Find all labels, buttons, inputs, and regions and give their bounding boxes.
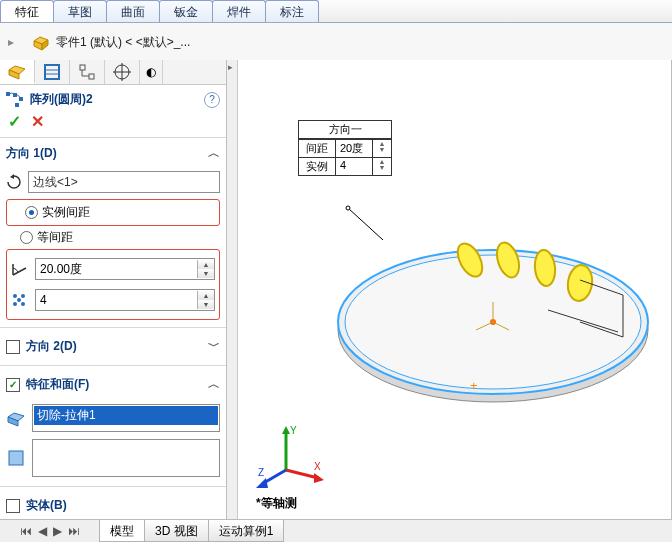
svg-point-18 (13, 302, 17, 306)
panel-splitter[interactable]: ▸ (227, 60, 238, 520)
bottom-tab-3dview[interactable]: 3D 视图 (144, 520, 209, 542)
faces-checkbox[interactable] (6, 378, 20, 392)
svg-point-17 (21, 294, 25, 298)
tab-surface[interactable]: 曲面 (106, 0, 160, 22)
svg-text:X: X (314, 461, 321, 472)
svg-text:Y: Y (290, 425, 297, 436)
svg-rect-21 (9, 451, 23, 465)
feature-select-icon (6, 408, 26, 428)
panel-tab-tree[interactable] (70, 60, 105, 84)
selected-feature[interactable]: 切除-拉伸1 (34, 406, 218, 425)
circular-pattern-icon (6, 92, 24, 108)
part-name: 零件1 (默认) < <默认>_... (56, 34, 190, 51)
property-panel: ◐ 阵列(圆周)2 ? ✓ ✕ 方向 1(D)︿ 实例间距 等间距 (0, 60, 227, 520)
solids-label: 实体(B) (26, 497, 67, 514)
cancel-button[interactable]: ✕ (31, 112, 44, 131)
count-spin[interactable]: ▲▼ (197, 291, 214, 309)
reverse-icon[interactable] (6, 174, 22, 190)
svg-marker-41 (314, 473, 324, 483)
instance-count-icon (11, 292, 29, 308)
svg-point-23 (346, 206, 350, 210)
svg-text:+: + (470, 378, 478, 393)
svg-point-19 (21, 302, 25, 306)
svg-marker-44 (256, 478, 268, 488)
svg-marker-38 (282, 426, 290, 434)
svg-point-16 (13, 294, 17, 298)
angle-spin[interactable]: ▲▼ (197, 260, 214, 278)
tab-weldment[interactable]: 焊件 (212, 0, 266, 22)
bottom-tabbar: ⏮ ◀ ▶ ⏭ 模型 3D 视图 运动算例1 (0, 519, 672, 542)
face-list[interactable] (32, 439, 220, 477)
collapse-icon[interactable]: ︿ (208, 145, 220, 162)
history-arrow-icon: ▸ (8, 35, 14, 49)
tab-annotate[interactable]: 标注 (265, 0, 319, 22)
count-input[interactable] (36, 291, 197, 309)
tab-feature[interactable]: 特征 (0, 0, 54, 22)
bottom-tab-model[interactable]: 模型 (99, 520, 145, 542)
ok-button[interactable]: ✓ (8, 112, 21, 131)
radio-instance-spacing-label: 实例间距 (42, 204, 90, 221)
angle-input[interactable] (36, 260, 197, 278)
expand-dir2-icon[interactable]: ﹀ (208, 338, 220, 355)
radio-instance-spacing[interactable]: 实例间距 (25, 204, 215, 221)
tab-first-icon[interactable]: ⏮ (20, 524, 32, 538)
tab-sheetmetal[interactable]: 钣金 (159, 0, 213, 22)
collapse-faces-icon[interactable]: ︿ (208, 376, 220, 393)
tab-last-icon[interactable]: ⏭ (68, 524, 80, 538)
triad-icon: Y X Z (256, 420, 326, 490)
radio-equal-spacing-label: 等间距 (37, 229, 73, 246)
feature-name: 阵列(圆周)2 (30, 91, 93, 108)
svg-text:Z: Z (258, 467, 264, 478)
main-tabbar: 特征 草图 曲面 钣金 焊件 标注 (0, 0, 672, 23)
bottom-tab-motion[interactable]: 运动算例1 (208, 520, 285, 542)
part-icon (32, 33, 50, 51)
radio-equal-spacing[interactable]: 等间距 (20, 229, 220, 246)
svg-rect-8 (89, 74, 94, 79)
axis-input[interactable] (29, 173, 219, 191)
panel-tab-feature[interactable] (0, 60, 35, 84)
face-select-icon (6, 448, 26, 468)
svg-point-20 (17, 298, 21, 302)
tab-prev-icon[interactable]: ◀ (38, 524, 47, 538)
faces-label: 特征和面(F) (26, 376, 89, 393)
dir2-checkbox[interactable] (6, 340, 20, 354)
solids-checkbox[interactable] (6, 499, 20, 513)
panel-tab-target[interactable] (105, 60, 140, 84)
svg-line-22 (348, 208, 383, 240)
part-title[interactable]: 零件1 (默认) < <默认>_... (32, 33, 190, 51)
model-view: + (248, 80, 668, 420)
svg-rect-7 (80, 65, 85, 70)
ribbon: ▸ 零件1 (默认) < <默认>_... (0, 23, 672, 62)
svg-rect-15 (15, 103, 19, 107)
dir2-label: 方向 2(D) (26, 338, 77, 355)
panel-tab-more[interactable]: ◐ (140, 60, 163, 84)
view-name: *等轴测 (256, 495, 297, 512)
tab-next-icon[interactable]: ▶ (53, 524, 62, 538)
tab-sketch[interactable]: 草图 (53, 0, 107, 22)
3d-viewport[interactable]: 方向一 间距20度▲▼ 实例4▲▼ + (238, 60, 672, 520)
help-icon[interactable]: ? (204, 92, 220, 108)
dir1-label: 方向 1(D) (6, 145, 57, 162)
svg-rect-4 (45, 65, 59, 79)
panel-tab-config[interactable] (35, 60, 70, 84)
angle-icon (11, 261, 29, 277)
